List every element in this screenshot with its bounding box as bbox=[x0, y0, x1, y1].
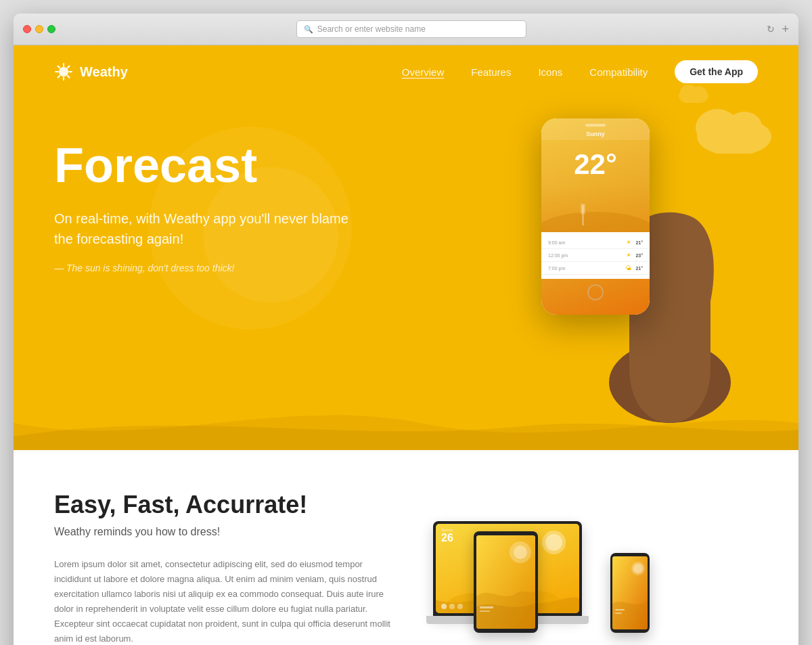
browser-toolbar: 🔍 Search or enter website name ↻ + bbox=[14, 14, 798, 45]
nav-icons[interactable]: Icons bbox=[538, 66, 562, 78]
temp-1: 21° bbox=[635, 240, 643, 245]
phone-temp-display: 22° bbox=[541, 140, 650, 185]
svg-rect-17 bbox=[581, 204, 585, 214]
new-tab-button[interactable]: + bbox=[782, 22, 789, 37]
features-title: Easy, Fast, Accurrate! bbox=[54, 491, 392, 519]
phone-condition: Sunny bbox=[548, 131, 643, 137]
phone-temperature: 22° bbox=[574, 148, 617, 180]
svg-point-28 bbox=[633, 564, 643, 573]
page-content: Weathy Overview Features Icons Compatibi… bbox=[14, 45, 798, 645]
tablet-mockup bbox=[474, 531, 538, 633]
svg-rect-25 bbox=[480, 610, 490, 612]
phone-small-screen bbox=[612, 556, 648, 629]
weather-icon-3: 🌤 bbox=[625, 265, 631, 271]
refresh-icon[interactable]: ↻ bbox=[767, 24, 775, 35]
phone-screen: Sunny 22° bbox=[541, 118, 650, 315]
svg-point-15 bbox=[541, 212, 650, 232]
nav-links: Overview Features Icons Compatibility Ge… bbox=[402, 60, 758, 83]
logo-icon bbox=[54, 62, 73, 81]
get-app-button[interactable]: Get the App bbox=[675, 60, 758, 83]
nav-compatibility[interactable]: Compatibility bbox=[589, 66, 648, 78]
logo-text: Weathy bbox=[80, 64, 128, 80]
features-section: Easy, Fast, Accurrate! Weathy reminds yo… bbox=[14, 450, 798, 645]
hero-text: Forecast On real-time, with Weathy app y… bbox=[54, 112, 501, 273]
laptop-sun-deco bbox=[542, 531, 566, 554]
hero-tagline: — The sun is shining, don't dress too th… bbox=[54, 263, 501, 273]
nav-overview[interactable]: Overview bbox=[402, 66, 445, 78]
phone-list-item-2: 12:00 pm ☀ 23° bbox=[541, 249, 650, 262]
hero-section: Weathy Overview Features Icons Compatibi… bbox=[14, 45, 798, 450]
hero-body: Forecast On real-time, with Weathy app y… bbox=[14, 98, 798, 450]
tablet-screen bbox=[476, 535, 535, 629]
phone-mockup: Sunny 22° bbox=[541, 118, 650, 315]
phone-scene bbox=[541, 185, 650, 232]
features-body: Lorem ipsum dolor sit amet, consectetur … bbox=[54, 557, 392, 645]
temp-3: 21° bbox=[635, 266, 643, 271]
phone-forecast-list: 9:00 am ☀ 21° 12:00 pm ☀ 23° bbox=[541, 232, 650, 279]
browser-window: 🔍 Search or enter website name ↻ + bbox=[14, 14, 798, 645]
svg-rect-24 bbox=[480, 606, 493, 608]
search-icon: 🔍 bbox=[304, 25, 313, 34]
fullscreen-button[interactable] bbox=[47, 25, 55, 33]
weather-icon-1: ☀ bbox=[626, 239, 631, 246]
features-subtitle: Weathy reminds you how to dress! bbox=[54, 526, 392, 538]
hero-image-area: Sunny 22° bbox=[501, 112, 758, 396]
address-bar[interactable]: 🔍 Search or enter website name bbox=[296, 20, 526, 38]
phone-list-item-3: 7:00 pm 🌤 21° bbox=[541, 262, 650, 275]
svg-point-6 bbox=[59, 67, 68, 76]
weather-icon-2: ☀ bbox=[626, 252, 631, 259]
time-1: 9:00 am bbox=[548, 240, 622, 245]
phone-small-mockup bbox=[610, 553, 650, 633]
svg-rect-29 bbox=[615, 609, 625, 610]
nav-features[interactable]: Features bbox=[471, 66, 511, 78]
svg-line-12 bbox=[68, 76, 70, 78]
temp-2: 23° bbox=[635, 253, 643, 258]
minimize-button[interactable] bbox=[35, 25, 43, 33]
svg-rect-30 bbox=[615, 613, 622, 614]
phone-list-item-1: 9:00 am ☀ 21° bbox=[541, 236, 650, 249]
time-3: 7:00 pm bbox=[548, 266, 621, 271]
navbar: Weathy Overview Features Icons Compatibi… bbox=[14, 45, 798, 98]
svg-line-13 bbox=[68, 66, 70, 68]
traffic-lights bbox=[23, 25, 55, 33]
hero-subtitle: On real-time, with Weathy app you'll nev… bbox=[54, 208, 352, 249]
features-devices: Sunny 26 bbox=[433, 491, 650, 640]
close-button[interactable] bbox=[23, 25, 31, 33]
address-bar-container: 🔍 Search or enter website name bbox=[62, 20, 760, 38]
logo: Weathy bbox=[54, 62, 128, 81]
hero-title: Forecast bbox=[54, 139, 501, 192]
svg-line-11 bbox=[58, 66, 60, 68]
features-text: Easy, Fast, Accurrate! Weathy reminds yo… bbox=[54, 491, 392, 645]
time-2: 12:00 pm bbox=[548, 253, 622, 258]
svg-point-23 bbox=[514, 546, 527, 559]
svg-line-14 bbox=[58, 76, 60, 78]
address-text: Search or enter website name bbox=[317, 24, 426, 34]
